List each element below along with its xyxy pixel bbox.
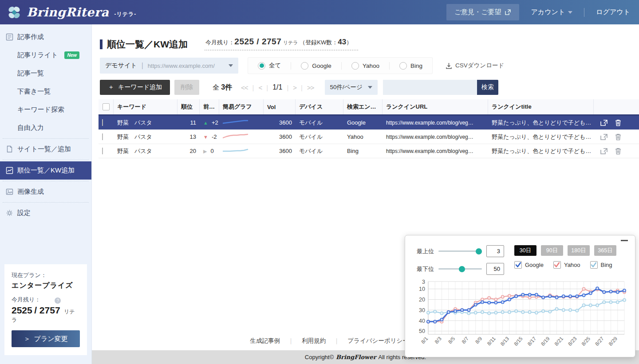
plan-remaining-label: 今月残り： ? xyxy=(12,296,80,304)
new-badge: New xyxy=(64,51,79,59)
feedback-button[interactable]: ご意見・ご要望 xyxy=(446,4,520,20)
radio-icon xyxy=(399,62,407,70)
engine-cell: Yahoo xyxy=(343,133,383,140)
page-title: 順位一覧／KW追加 xyxy=(100,38,188,51)
sidebar-item-label: キーワード探索 xyxy=(17,106,64,114)
top-rank-slider-row: 最上位 3 xyxy=(417,245,505,257)
table-row[interactable]: 野菜 パスタ13▼-23600モバイルYahoohttps://www.exam… xyxy=(99,130,639,144)
bottom-rank-value[interactable]: 50 xyxy=(486,263,504,275)
search-input[interactable] xyxy=(383,80,477,95)
open-url-icon[interactable] xyxy=(600,133,608,141)
rank-change-cell: ▲+2 xyxy=(200,119,219,126)
rank-change-cell: ▶0 xyxy=(200,148,219,154)
engine-cell: Bing xyxy=(343,148,383,154)
radio-label: Google xyxy=(312,63,331,69)
plan-quota-numbers: 2525 / 2757 リテラ xyxy=(12,305,80,324)
add-keyword-button[interactable]: ＋ キーワード追加 xyxy=(100,80,170,95)
sidebar-item-5[interactable]: 自由入力 xyxy=(0,119,91,137)
svg-text:40: 40 xyxy=(419,318,425,324)
sidebar-item-label: 自由入力 xyxy=(17,124,44,132)
csv-download-label: CSVダウンロード xyxy=(455,62,504,70)
footer-separator: ｜ xyxy=(334,337,339,345)
delete-row-icon[interactable] xyxy=(615,133,621,141)
engine-checkbox-Yahoo[interactable]: Yahoo xyxy=(553,261,580,269)
engine-radio-Yahoo[interactable]: Yahoo xyxy=(341,62,389,70)
table-header-cell: デバイス xyxy=(296,99,343,114)
checkbox-label: Google xyxy=(525,262,544,268)
period-button-90日[interactable]: 90日 xyxy=(541,245,563,256)
logout-button[interactable]: ログアウト xyxy=(596,8,630,16)
ranked-title-cell: 野菜たっぷり、色とりどりで子ども… xyxy=(488,119,594,127)
bottom-rank-slider[interactable] xyxy=(438,268,482,270)
slider-knob[interactable] xyxy=(459,266,465,272)
first-page-button[interactable]: << xyxy=(241,84,248,91)
period-button-365日[interactable]: 365日 xyxy=(594,245,616,256)
select-all-checkbox[interactable] xyxy=(103,103,110,110)
sidebar-item-7[interactable]: 順位一覧／KW追加 xyxy=(0,161,91,180)
gear-icon xyxy=(6,209,13,217)
sidebar-item-4[interactable]: キーワード探索 xyxy=(0,101,91,119)
last-page-button[interactable]: >> xyxy=(307,84,314,91)
svg-text:8/25: 8/25 xyxy=(580,336,591,347)
next-page-button[interactable]: > xyxy=(293,84,296,91)
keyword-cell: 野菜 パスタ xyxy=(114,119,178,127)
engine-radio-全て[interactable]: 全て xyxy=(248,62,291,70)
top-rank-value[interactable]: 3 xyxy=(486,245,504,257)
sidebar-item-2[interactable]: 記事一覧 xyxy=(0,64,91,82)
search-button[interactable]: 検索 xyxy=(477,80,498,95)
sidebar-item-label: 記事作成 xyxy=(17,33,44,41)
account-menu[interactable]: アカウント xyxy=(531,8,572,16)
per-page-select[interactable]: 50件/ページ xyxy=(325,80,378,95)
sidebar-divider xyxy=(3,138,89,139)
top-rank-slider[interactable] xyxy=(438,250,482,252)
table-row[interactable]: 野菜 パスタ11▲+23600モバイルGooglehttps://www.exa… xyxy=(99,116,639,130)
svg-text:8/1: 8/1 xyxy=(420,336,429,344)
volume-cell: 3600 xyxy=(264,148,296,154)
sidebar-item-0[interactable]: 記事作成 xyxy=(0,28,91,46)
svg-text:30: 30 xyxy=(419,307,425,313)
page-indicator: 1/1 xyxy=(272,83,282,91)
engine-radio-group: 全てGoogleYahooBing xyxy=(248,58,432,74)
sidebar-item-9[interactable]: 設定 xyxy=(0,204,91,222)
csv-download-button[interactable]: CSVダウンロード xyxy=(446,62,504,70)
engine-radio-Bing[interactable]: Bing xyxy=(389,62,432,70)
plan-card: 現在プラン： エンタープライズ 今月残り： ? 2525 / 2757 リテラ … xyxy=(4,264,87,355)
row-checkbox[interactable] xyxy=(102,148,103,154)
delete-row-icon[interactable] xyxy=(615,119,621,126)
engine-radio-Google[interactable]: Google xyxy=(291,62,341,70)
svg-text:8/15: 8/15 xyxy=(513,336,524,347)
title-accent-bar xyxy=(100,39,103,49)
row-checkbox[interactable] xyxy=(102,133,103,140)
engine-checkbox-Bing[interactable]: Bing xyxy=(590,261,612,269)
minimize-button[interactable] xyxy=(621,240,628,241)
sidebar-item-3[interactable]: 下書き一覧 xyxy=(0,82,91,101)
sidebar-item-6[interactable]: サイト一覧／追加 xyxy=(0,140,91,158)
footer-link-1[interactable]: 利用規約 xyxy=(302,337,326,345)
delete-row-icon[interactable] xyxy=(615,148,621,155)
delete-button[interactable]: 削除 xyxy=(174,80,199,95)
period-button-180日[interactable]: 180日 xyxy=(568,245,590,256)
rank-cell: 20 xyxy=(178,148,200,154)
prev-page-button[interactable]: < xyxy=(259,84,262,91)
plan-change-button[interactable]: ＞ プラン変更 xyxy=(12,330,80,347)
footer-link-0[interactable]: 生成記事例 xyxy=(250,337,280,345)
open-url-icon[interactable] xyxy=(600,119,608,126)
rank-cell: 11 xyxy=(178,119,200,126)
slider-knob[interactable] xyxy=(476,248,482,254)
sidebar-item-1[interactable]: 記事リライトNew xyxy=(0,46,91,64)
sidebar-item-8[interactable]: 画像生成 xyxy=(0,183,91,201)
sparkline-chart xyxy=(223,118,250,125)
sidebar-item-label: 記事リライト xyxy=(17,51,58,59)
svg-text:8/7: 8/7 xyxy=(461,336,469,344)
footer-link-2[interactable]: プライバシーポリシー xyxy=(347,337,409,345)
table-row[interactable]: 野菜 パスタ20▶03600モバイルBinghttps://www.exampl… xyxy=(99,144,639,158)
period-button-30日[interactable]: 30日 xyxy=(514,245,536,256)
table-body: 野菜 パスタ11▲+23600モバイルGooglehttps://www.exa… xyxy=(99,116,639,158)
rank-change-cell: ▼-2 xyxy=(200,133,219,140)
help-icon[interactable]: ? xyxy=(55,297,61,304)
site-selector[interactable]: デモサイト | https://www.example.com/ xyxy=(100,58,238,74)
open-url-icon[interactable] xyxy=(600,148,608,155)
engine-checkbox-Google[interactable]: Google xyxy=(514,261,544,269)
row-checkbox[interactable] xyxy=(102,119,103,126)
volume-cell: 3600 xyxy=(264,133,296,140)
